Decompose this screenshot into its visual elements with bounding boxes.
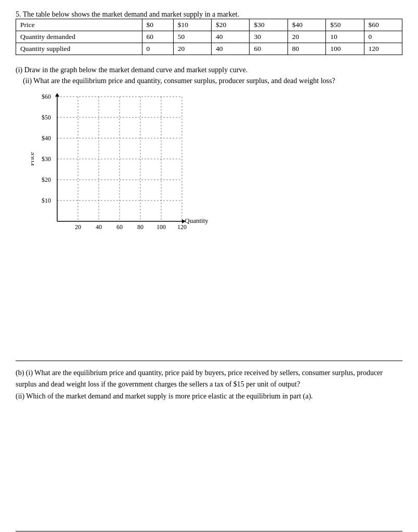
demand-val-3: 30 xyxy=(250,31,288,43)
part-a-answer-space xyxy=(16,247,402,351)
graph-svg: $60 $50 $40 $30 $20 $10 20 40 60 80 100 … xyxy=(31,91,208,242)
svg-text:$50: $50 xyxy=(42,114,51,121)
svg-text:Price: Price xyxy=(31,152,35,166)
part-b: (b) (i) What are the equilibrium price a… xyxy=(16,367,402,402)
part-a-sub-ii: (ii) What are the equilibrium price and … xyxy=(23,77,335,85)
part-a-label: (i) Draw in the graph below the market d… xyxy=(16,64,402,86)
svg-marker-13 xyxy=(55,93,59,97)
svg-text:40: 40 xyxy=(96,223,102,231)
svg-text:100: 100 xyxy=(156,223,166,231)
table-row-supply: Quantity supplied 0 20 40 60 80 100 120 xyxy=(16,43,402,55)
demand-val-1: 50 xyxy=(173,31,211,43)
supply-val-6: 120 xyxy=(364,43,402,55)
supply-label: Quantity supplied xyxy=(16,43,142,55)
svg-text:60: 60 xyxy=(116,223,123,231)
header-30: $30 xyxy=(250,19,288,31)
demand-val-5: 10 xyxy=(326,31,364,43)
demand-label: Quantity demanded xyxy=(16,31,142,43)
question-number: 5. xyxy=(16,10,21,18)
graph-area: $60 $50 $40 $30 $20 $10 20 40 60 80 100 … xyxy=(31,91,208,242)
header-10: $10 xyxy=(173,19,211,31)
part-a-sub-i: (i) Draw in the graph below the market d… xyxy=(16,66,247,74)
demand-val-2: 40 xyxy=(212,31,250,43)
part-b-text-ii: (ii) Which of the market demand and mark… xyxy=(16,392,313,400)
svg-text:$60: $60 xyxy=(42,93,51,100)
supply-val-1: 20 xyxy=(173,43,211,55)
header-price: Price xyxy=(16,19,142,31)
table-header-row: Price $0 $10 $20 $30 $40 $50 $60 xyxy=(16,19,402,31)
header-60: $60 xyxy=(364,19,402,31)
demand-val-0: 60 xyxy=(142,31,173,43)
supply-val-3: 60 xyxy=(250,43,288,55)
demand-val-6: 0 xyxy=(364,31,402,43)
question-intro: The table below shows the market demand … xyxy=(23,10,239,18)
svg-text:80: 80 xyxy=(137,223,143,231)
part-b-answer-space xyxy=(16,402,402,522)
header-50: $50 xyxy=(326,19,364,31)
divider-c xyxy=(16,531,402,531)
svg-text:120: 120 xyxy=(177,223,187,231)
header-40: $40 xyxy=(288,19,325,31)
svg-text:$10: $10 xyxy=(42,197,51,204)
svg-text:$30: $30 xyxy=(42,155,51,163)
svg-text:Quantity: Quantity xyxy=(185,217,208,224)
supply-val-4: 80 xyxy=(288,43,325,55)
svg-text:$40: $40 xyxy=(42,135,51,142)
svg-text:20: 20 xyxy=(75,223,81,231)
part-b-text-i: (b) (i) What are the equilibrium price a… xyxy=(16,369,383,388)
table-row-demand: Quantity demanded 60 50 40 30 20 10 0 xyxy=(16,31,402,43)
supply-val-5: 100 xyxy=(326,43,364,55)
question-header: 5. The table below shows the market dema… xyxy=(16,10,402,19)
header-0: $0 xyxy=(142,19,173,31)
part-a: (i) Draw in the graph below the market d… xyxy=(16,64,402,351)
supply-val-2: 40 xyxy=(212,43,250,55)
divider-b xyxy=(16,361,402,361)
svg-text:$20: $20 xyxy=(42,176,51,183)
header-20: $20 xyxy=(212,19,250,31)
demand-val-4: 20 xyxy=(288,31,325,43)
supply-val-0: 0 xyxy=(142,43,173,55)
market-table: Price $0 $10 $20 $30 $40 $50 $60 Quantit… xyxy=(16,19,402,55)
